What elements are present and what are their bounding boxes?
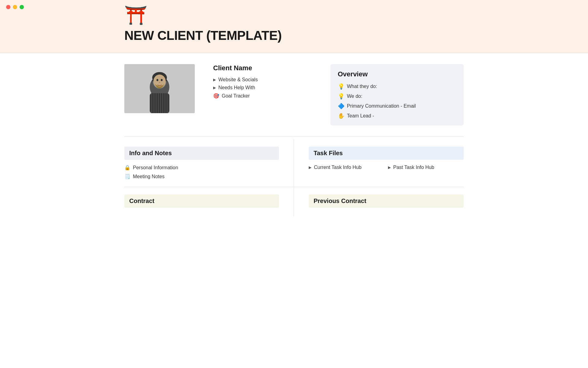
info-task-grid: Info and Notes 🔒 Personal Information 🗒️… [124,139,464,187]
section-divider-1 [124,136,464,137]
list-item[interactable]: 🔒 Personal Information [124,165,279,171]
client-name-heading: Client Name [213,64,312,72]
current-task-label: Current Task Info Hub [314,165,361,170]
svg-rect-12 [156,93,157,113]
contract-box-left: Contract [124,187,294,216]
contract-section: Contract Previous Contract [124,187,464,216]
svg-rect-11 [155,93,155,113]
close-button[interactable] [6,5,10,9]
person-illustration [124,64,195,113]
arrow-icon: ▶ [388,165,391,170]
task-files-grid: ▶ Current Task Info Hub ▶ Past Task Info… [309,165,464,170]
client-links: ▶ Website & Socials ▶ Needs Help With 🎯 … [213,77,312,99]
minimize-button[interactable] [13,5,17,9]
list-item: 🔷 Primary Communication - Email [338,103,456,109]
page-title: NEW CLIENT (TEMPLATE) [124,28,464,43]
header-banner: ⛩️ NEW CLIENT (TEMPLATE) [0,0,588,53]
primary-communication: Primary Communication - Email [347,103,416,109]
arrow-icon: ▶ [309,165,311,170]
page-icon: ⛩️ [124,0,464,25]
contract-heading: Contract [124,194,279,208]
svg-rect-14 [160,93,161,113]
list-item[interactable]: 🗒️ Meeting Notes [124,174,279,179]
svg-point-7 [161,79,163,81]
lock-icon: 🔒 [124,165,130,171]
what-they-do: What they do: [347,84,377,89]
target-icon: 🎯 [213,93,219,99]
list-item: 💡 We do: [338,93,456,100]
svg-rect-8 [150,93,169,113]
svg-rect-16 [164,93,164,113]
svg-rect-18 [168,93,168,113]
list-item[interactable]: ▶ Needs Help With [213,85,312,90]
info-notes-heading: Info and Notes [124,147,279,160]
task-files-section: Task Files ▶ Current Task Info Hub ▶ Pas… [294,139,464,187]
task-files-heading: Task Files [309,147,464,160]
traffic-lights [6,5,24,9]
needs-help-label: Needs Help With [218,85,255,90]
svg-rect-10 [153,93,153,113]
we-do: We do: [347,94,362,99]
goal-tracker-label: Goal Tracker [222,93,250,99]
svg-rect-9 [151,93,152,113]
overview-title: Overview [338,70,456,78]
info-notes-items: 🔒 Personal Information 🗒️ Meeting Notes [124,165,279,179]
svg-rect-15 [162,93,163,113]
meeting-notes-label: Meeting Notes [133,174,164,179]
diamond-icon: 🔷 [338,103,345,109]
client-section: Client Name ▶ Website & Socials ▶ Needs … [124,53,464,136]
overview-items: 💡 What they do: 💡 We do: 🔷 Primary Commu… [338,83,456,119]
past-task-label: Past Task Info Hub [393,165,434,170]
svg-rect-17 [166,93,166,113]
website-socials-label: Website & Socials [218,77,258,82]
client-info: Client Name ▶ Website & Socials ▶ Needs … [213,64,312,99]
contract-box-right: Previous Contract [294,187,464,216]
svg-rect-13 [158,93,159,113]
list-item[interactable]: ▶ Past Task Info Hub [388,165,464,170]
bulb-icon: 💡 [338,83,345,90]
svg-point-5 [153,75,166,88]
list-item[interactable]: ▶ Current Task Info Hub [309,165,384,170]
client-photo [124,64,195,113]
team-lead: Team Lead - [347,113,374,119]
hand-icon: ✋ [338,113,345,119]
arrow-icon: ▶ [213,78,216,82]
bulb-icon-2: 💡 [338,93,345,100]
list-item[interactable]: ▶ Website & Socials [213,77,312,82]
overview-section: Overview 💡 What they do: 💡 We do: 🔷 Prim… [330,64,464,125]
list-item[interactable]: 🎯 Goal Tracker [213,93,312,99]
personal-information-label: Personal Information [133,165,178,171]
previous-contract-heading: Previous Contract [309,194,464,208]
arrow-icon: ▶ [213,86,216,90]
maximize-button[interactable] [20,5,24,9]
svg-point-6 [156,79,158,81]
list-item: 💡 What they do: [338,83,456,90]
main-content: Client Name ▶ Website & Socials ▶ Needs … [95,53,493,216]
list-item: ✋ Team Lead - [338,113,456,119]
notes-icon: 🗒️ [124,174,130,179]
info-notes-section: Info and Notes 🔒 Personal Information 🗒️… [124,139,294,187]
